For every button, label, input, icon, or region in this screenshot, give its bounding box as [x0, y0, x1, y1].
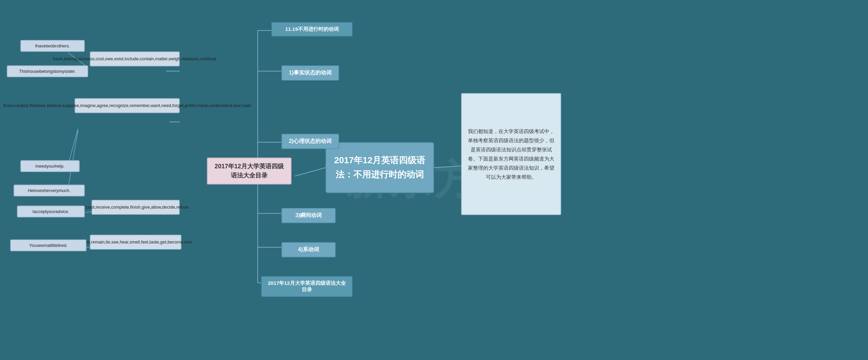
- example4a-node: Youseemalittletired.: [10, 239, 86, 251]
- cat4-node: 4)系动词: [281, 242, 336, 257]
- bottom-link-node[interactable]: 2017年12月大学英语四级语法大全目录: [261, 276, 353, 297]
- content2-node: Know,realize,thinksee,believe,suppose,im…: [75, 98, 180, 113]
- example1a-node: Ihavetwobrothers.: [20, 40, 85, 52]
- cat2-node: 2)心理状态的动词: [281, 134, 339, 149]
- top-section-node: 11.19不用进行时的动词: [271, 22, 353, 37]
- content4-node: seem,remain,lie,see,hear,smell,feel,tast…: [90, 235, 181, 250]
- main-title-node: 2017年12月英语四级语法：不用进行时的动词: [326, 142, 434, 193]
- cat1-node: 1)事实状态的动词: [281, 65, 339, 81]
- content1-node: have,belong,possess,cost,owe,exist,inclu…: [90, 51, 180, 66]
- content3-node: accept,receive,complete,finish,give,allo…: [92, 200, 180, 215]
- example2a-node: Ineedyourhelp.: [20, 160, 80, 172]
- cat3-node: 3)瞬间动词: [281, 208, 336, 223]
- diagram-container: 新东方网: [0, 0, 868, 360]
- svg-line-0: [295, 168, 326, 176]
- svg-line-22: [434, 166, 461, 168]
- description-node: 我们都知道，在大学英语四级考试中，单独考察英语四级语法的题型很少，但是英语四级语…: [461, 93, 561, 215]
- center-node: 2017年12月大学英语四级语法大全目录: [207, 157, 292, 185]
- example1b-node: Thishousebelongstomysister.: [7, 65, 88, 77]
- example2b-node: Helovesherverymuch.: [14, 185, 85, 196]
- example3a-node: Iacceptyouradvice.: [17, 206, 85, 217]
